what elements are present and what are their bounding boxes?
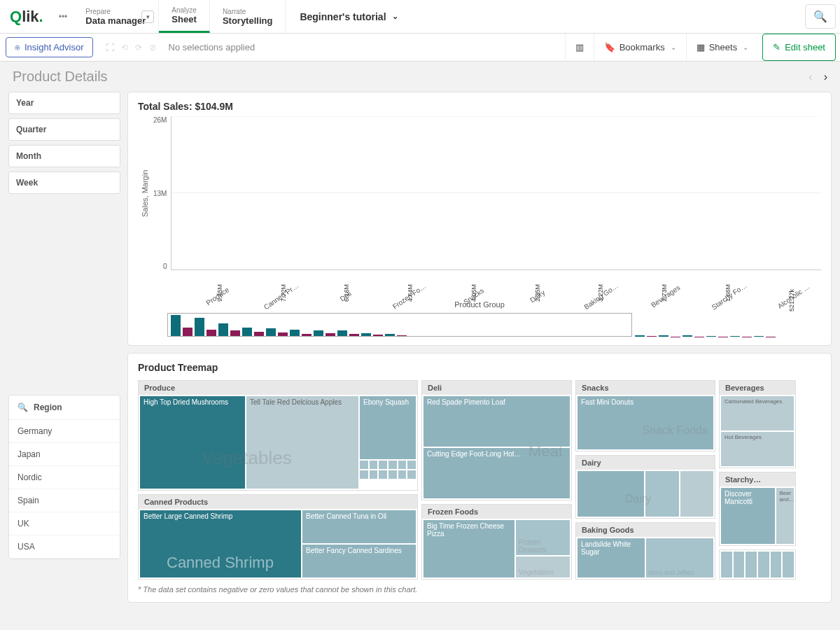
tab-narrate[interactable]: Narrate Storytelling	[210, 0, 286, 33]
tm-group-starchy[interactable]: Starchy… Discover ManicottiBeer and…	[719, 472, 796, 545]
treemap-card: Product Treemap Produce High Top Dried M…	[127, 353, 832, 603]
region-filter-card: 🔍 Region GermanyJapanNordicSpainUKUSA	[8, 395, 120, 559]
edit-sheet-button[interactable]: ✎ Edit sheet	[762, 34, 836, 61]
region-item[interactable]: UK	[9, 512, 120, 536]
bookmarks-dropdown[interactable]: 🔖 Bookmarks⌄	[594, 34, 686, 61]
chevron-down-icon: ⌄	[392, 12, 398, 21]
tm-cell[interactable]: Vegetables	[516, 556, 570, 578]
tm-cell[interactable]: Better Large Canned Shrimp	[140, 510, 301, 578]
region-header[interactable]: 🔍 Region	[9, 396, 120, 420]
tm-cell[interactable]: Hot Beverages	[721, 432, 794, 466]
app-title-dropdown[interactable]: Beginner's tutorial⌄	[286, 0, 412, 33]
tm-group-canned[interactable]: Canned Products Better Large Canned Shri…	[138, 494, 418, 580]
step-forward-icon[interactable]: ⟳	[135, 43, 142, 52]
tm-cell[interactable]: Discover Manicotti	[721, 488, 775, 543]
sales-chart-card: Total Sales: $104.9M Sales, Margin 26M 1…	[127, 92, 832, 346]
tm-group-deli[interactable]: Deli Red Spade Pimento Loaf Cutting Edge…	[421, 380, 572, 500]
sheets-icon: ▦	[696, 42, 705, 52]
treemap-title: Product Treemap	[138, 362, 821, 373]
tm-cell[interactable]: Frozen Desserts	[516, 520, 570, 555]
tm-group-snacks[interactable]: Snacks Fast Mini Donuts Snack Foods	[575, 380, 715, 451]
tm-cell[interactable]: Beer and…	[776, 488, 794, 543]
tm-group-dairy[interactable]: Dairy Dairy	[575, 455, 715, 519]
pencil-icon: ✎	[773, 42, 780, 52]
tm-cell[interactable]: Ebony Squash	[360, 396, 416, 459]
filter-year[interactable]: Year	[8, 92, 120, 114]
tm-cell[interactable]: Fast Mini Donuts	[578, 396, 713, 449]
tm-group-baking[interactable]: Baking Goods Landslide White SugarJams a…	[575, 522, 715, 580]
y-axis-ticks: 26M 13M 0	[149, 116, 171, 270]
bar-chart[interactable]: Sales, Margin 26M 13M 0 24.16M9.45M20.52…	[138, 116, 821, 270]
tm-cell[interactable]: Carbonated Beverages	[721, 396, 794, 430]
search-icon: 🔍	[18, 402, 28, 412]
chart-title: Total Sales: $104.9M	[138, 101, 821, 112]
search-icon: 🔍	[813, 10, 827, 23]
toolbar: ⍟ Insight Advisor ⛶ ⟲ ⟳ ⊘ No selections …	[0, 34, 840, 62]
tm-group-produce[interactable]: Produce High Top Dried Mushrooms Ebony S…	[138, 380, 418, 491]
tm-group-frozen[interactable]: Frozen Foods Big Time Frozen Cheese Pizz…	[421, 504, 572, 580]
tm-cell[interactable]: Landslide White Sugar	[578, 538, 645, 578]
clear-selections-icon[interactable]: ⊘	[149, 43, 156, 52]
selections-tool-icon[interactable]: ▥	[565, 34, 594, 61]
tm-cell[interactable]: Cutting Edge Foot-Long Hot…	[424, 448, 570, 498]
selection-tools: ⛶ ⟲ ⟳ ⊘	[99, 43, 163, 52]
filter-week[interactable]: Week	[8, 172, 120, 194]
tm-cell[interactable]: Better Fancy Canned Sardines	[302, 545, 416, 578]
tm-cell[interactable]: Red Spade Pimento Loaf	[424, 396, 570, 447]
tm-cell[interactable]: Tell Tale Red Delcious Apples	[246, 396, 358, 489]
region-item[interactable]: Nordic	[9, 466, 120, 489]
search-button[interactable]: 🔍	[805, 4, 836, 29]
chevron-down-icon[interactable]: ▾	[141, 10, 154, 23]
tm-cell[interactable]: Big Time Frozen Cheese Pizza	[424, 520, 514, 578]
filter-quarter[interactable]: Quarter	[8, 118, 120, 141]
region-item[interactable]: USA	[9, 536, 120, 559]
next-sheet-icon[interactable]: ›	[824, 71, 827, 83]
filter-month[interactable]: Month	[8, 145, 120, 167]
more-icon[interactable]: •••	[53, 0, 74, 33]
tm-group-beverages[interactable]: Beverages Carbonated BeveragesHot Bevera…	[719, 380, 796, 468]
sheets-dropdown[interactable]: ▦ Sheets⌄	[686, 34, 758, 61]
region-item[interactable]: Spain	[9, 489, 120, 512]
region-item[interactable]: Germany	[9, 420, 120, 443]
prev-sheet-icon[interactable]: ‹	[808, 71, 812, 83]
page-title: Product Details	[13, 69, 108, 85]
tab-main: Data manager	[85, 15, 146, 26]
page-title-row: Product Details ‹ ›	[0, 62, 840, 92]
step-back-icon[interactable]: ⟲	[121, 43, 128, 52]
filter-panel: Year Quarter Month Week	[8, 92, 120, 346]
tm-cell[interactable]: High Top Dried Mushrooms	[140, 396, 245, 489]
app-header: Qlik. ••• Prepare Data manager ▾ Analyze…	[0, 0, 840, 34]
y-axis-label: Sales, Margin	[138, 116, 149, 270]
tab-prepare[interactable]: Prepare Data manager ▾	[73, 0, 159, 33]
insight-advisor-button[interactable]: ⍟ Insight Advisor	[6, 37, 93, 57]
chart-minimap-window[interactable]	[167, 313, 632, 337]
bookmark-icon: 🔖	[604, 42, 615, 52]
smart-select-icon[interactable]: ⛶	[106, 43, 114, 52]
region-list: GermanyJapanNordicSpainUKUSA	[9, 420, 120, 559]
lightbulb-icon: ⍟	[15, 42, 20, 52]
logo: Qlik.	[0, 0, 53, 33]
selections-status: No selections applied	[169, 42, 255, 52]
region-item[interactable]: Japan	[9, 443, 120, 466]
tab-analyze[interactable]: Analyze Sheet	[159, 0, 210, 33]
tm-small-cells[interactable]	[360, 461, 416, 489]
tm-group-misc[interactable]	[719, 550, 796, 580]
treemap-footnote: * The data set contains negative or zero…	[138, 585, 821, 594]
tm-cell[interactable]: Better Canned Tuna in Oil	[302, 510, 416, 543]
treemap[interactable]: Produce High Top Dried Mushrooms Ebony S…	[138, 380, 821, 580]
tab-small: Prepare	[85, 8, 146, 15]
